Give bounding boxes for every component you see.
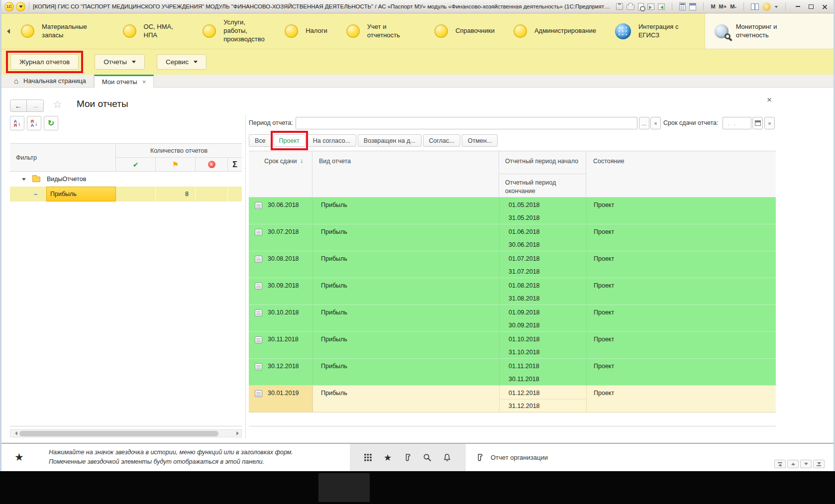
report-row[interactable]: 30.01.2019Прибыль01.12.201831.12.2018Про… (249, 386, 776, 412)
reports-menu-button[interactable]: Отчеты (95, 54, 145, 70)
calculator-icon[interactable] (679, 2, 686, 10)
status-tab-cancelled[interactable]: Отмен... (462, 134, 498, 147)
forward-button[interactable]: → (27, 100, 44, 112)
history-icon[interactable] (403, 453, 412, 462)
report-period-clear-button[interactable]: × (650, 117, 661, 129)
report-row[interactable]: 30.07.2018Прибыль01.06.201830.06.2018Про… (249, 224, 776, 251)
filter-tree: ВидыОтчетов − Прибыль 8 (10, 172, 242, 202)
service-menu-button[interactable]: Сервис (157, 54, 207, 70)
report-period-choose-button[interactable]: ... (639, 117, 649, 129)
page-title: Мои отчеты (77, 99, 128, 109)
memory-add-button[interactable]: M+ (719, 3, 727, 9)
tab-my-reports[interactable]: Мои отчеты × (94, 75, 154, 88)
tree-node-profit-label[interactable]: Прибыль (46, 187, 116, 202)
report-type-column-header[interactable]: Вид отчета (313, 151, 499, 197)
due-date-input[interactable]: . . (723, 117, 751, 129)
collapse-ribbon-icon[interactable] (4, 29, 10, 34)
search-icon[interactable] (423, 453, 431, 462)
tree-node-profit[interactable]: − Прибыль 8 (10, 187, 242, 202)
sort-ascending-button[interactable]: АЯ ↓ (10, 116, 24, 130)
memory-subtract-button[interactable]: M- (730, 3, 736, 9)
scroll-right-icon[interactable] (233, 430, 241, 437)
ribbon-section-os-nma-npa[interactable]: ОС, НМА, НПА (113, 13, 194, 49)
tree-node-report-types[interactable]: ВидыОтчетов (10, 172, 242, 187)
ribbon-section-catalogs[interactable]: Справочники (425, 13, 504, 49)
ribbon-section-accounting[interactable]: Учет и отчетность (337, 13, 425, 49)
go-first-button[interactable] (774, 460, 786, 468)
status-tab-all[interactable]: Все (249, 134, 272, 147)
report-count-header[interactable]: Количество отчетов (116, 144, 242, 158)
ribbon-section-monitoring[interactable]: Мониторинг и отчетность (705, 13, 834, 49)
count-subheaders: ✔ ⚑ × Σ (116, 158, 242, 171)
print-preview-icon[interactable] (638, 3, 644, 10)
status-tab-returned[interactable]: Возвращен на д... (358, 134, 421, 147)
state-cell: Проект (586, 198, 776, 224)
report-row[interactable]: 30.11.2018Прибыль01.10.201831.10.2018Про… (249, 332, 776, 359)
maximize-button[interactable] (806, 2, 816, 11)
close-window-button[interactable] (820, 2, 830, 11)
ribbon-section-services[interactable]: Услуги, работы, производство (193, 13, 275, 49)
period-start-value: 01.10.2018 (509, 336, 586, 343)
refresh-button[interactable]: ↻ (44, 116, 58, 130)
open-window-item[interactable]: Отчет организации (475, 444, 548, 471)
scroll-left-icon[interactable] (10, 430, 18, 437)
horizontal-scrollbar[interactable] (10, 429, 242, 437)
ribbon-section-administration[interactable]: Администрирование (504, 13, 606, 49)
favorites-icon[interactable]: ★ (384, 453, 392, 462)
report-row[interactable]: 30.12.2018Прибыль01.11.201830.11.2018Про… (249, 359, 776, 386)
memory-store-button[interactable]: M (711, 3, 715, 9)
filter-column-header[interactable]: Фильтр (10, 144, 116, 171)
minimize-button[interactable] (793, 2, 803, 11)
rejected-count-column-header[interactable]: × (196, 158, 228, 171)
ribbon-section-materials[interactable]: Материальные запасы (11, 13, 113, 49)
ribbon-section-taxes[interactable]: Налоги (275, 13, 337, 49)
period-column-header[interactable]: Отчетный период начало Отчетный период о… (499, 151, 586, 197)
close-form-icon[interactable]: × (767, 95, 772, 105)
due-date-cell: 30.09.2018 (249, 278, 313, 304)
report-row[interactable]: 30.08.2018Прибыль01.07.201831.07.2018Про… (249, 251, 776, 278)
sort-descending-button[interactable]: ЯА ↓ (27, 116, 41, 130)
go-previous-button[interactable] (787, 460, 799, 468)
due-date-column-header[interactable]: Срок сдачи ↓ (249, 151, 313, 197)
export-icon[interactable] (658, 3, 665, 10)
flagged-count-column-header[interactable]: ⚑ (156, 158, 196, 171)
yellow-sphere-icon (434, 24, 448, 38)
taskbar-window-button[interactable] (318, 473, 370, 502)
system-menu-button[interactable] (16, 2, 25, 11)
approved-count-column-header[interactable]: ✔ (116, 158, 156, 171)
sum-column-header[interactable]: Σ (228, 158, 242, 171)
report-row[interactable]: 30.09.2018Прибыль01.08.201831.08.2018Про… (249, 278, 776, 305)
status-tab-on-approval[interactable]: На согласо... (307, 134, 356, 147)
calendar-icon[interactable] (689, 3, 696, 10)
tab-home[interactable]: ⌂ Начальная страница (6, 75, 94, 87)
favorite-star-icon[interactable]: ☆ (53, 99, 62, 110)
expand-node-icon[interactable] (22, 178, 26, 183)
status-tab-project[interactable]: Проект (273, 134, 306, 147)
report-period-input[interactable] (296, 117, 637, 129)
go-last-button[interactable] (813, 460, 825, 468)
period-end-value: 31.07.2018 (509, 268, 586, 275)
save-icon[interactable] (616, 3, 623, 10)
filter-panel: Фильтр Количество отчетов ✔ ⚑ × Σ ВидыОт… (10, 143, 242, 426)
info-dropdown-icon[interactable] (775, 5, 778, 9)
report-row[interactable]: 30.10.2018Прибыль01.09.201830.09.2018Про… (249, 305, 776, 332)
due-date-calendar-button[interactable] (752, 117, 763, 129)
import-icon[interactable] (647, 3, 654, 10)
report-journal-button[interactable]: Журнал отчетов (10, 54, 79, 70)
scrollbar-thumb[interactable] (19, 431, 218, 436)
notifications-bell-icon[interactable] (443, 453, 451, 462)
due-date-clear-button[interactable]: × (764, 117, 775, 129)
status-filter-tabs: ВсеПроектНа согласо...Возвращен на д...С… (249, 134, 498, 147)
split-view-icon[interactable] (751, 3, 759, 10)
service-menu-label: Сервис (166, 58, 189, 66)
print-icon[interactable] (626, 4, 634, 10)
ribbon-section-egisz-integration[interactable]: Интеграция с ЕГИСЗ (606, 13, 705, 49)
back-button[interactable]: ← (10, 100, 27, 112)
go-next-button[interactable] (800, 460, 812, 468)
all-functions-icon[interactable] (364, 454, 372, 462)
report-row[interactable]: 30.06.2018Прибыль01.05.201831.05.2018Про… (249, 198, 776, 224)
state-column-header[interactable]: Состояние (586, 151, 776, 197)
status-tab-approved[interactable]: Соглас... (423, 134, 460, 147)
info-icon[interactable] (762, 2, 771, 11)
close-tab-icon[interactable]: × (142, 78, 146, 86)
